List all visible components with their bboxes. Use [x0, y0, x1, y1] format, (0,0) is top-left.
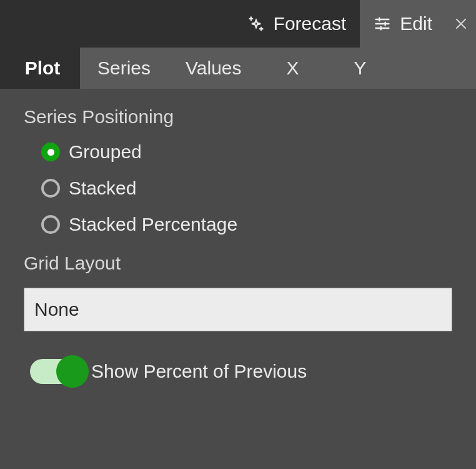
tab-series[interactable]: Series [80, 48, 168, 89]
radio-stacked-label: Stacked [69, 178, 136, 199]
series-positioning-group: Grouped Stacked Stacked Percentage [24, 141, 452, 235]
edit-label: Edit [400, 13, 432, 34]
show-percent-previous-toggle[interactable] [30, 359, 86, 384]
grid-layout-heading: Grid Layout [24, 253, 452, 274]
radio-icon [41, 179, 60, 198]
toggle-knob-icon [56, 355, 89, 388]
radio-stacked[interactable]: Stacked [41, 178, 452, 199]
tab-values-label: Values [186, 58, 242, 79]
radio-grouped[interactable]: Grouped [41, 141, 452, 163]
radio-icon [41, 143, 60, 161]
tab-values[interactable]: Values [168, 48, 259, 89]
tab-plot-label: Plot [25, 58, 61, 79]
toolbar-spacer [0, 0, 234, 48]
close-icon [454, 16, 469, 31]
sparkle-icon [247, 15, 265, 33]
radio-stacked-pct-label: Stacked Percentage [69, 214, 237, 235]
tab-y-label: Y [354, 58, 367, 79]
show-percent-previous-row: Show Percent of Previous [24, 359, 452, 384]
tab-x-label: X [287, 58, 299, 79]
forecast-label: Forecast [274, 13, 347, 34]
grid-layout-value: None [34, 299, 79, 320]
tab-series-label: Series [97, 58, 151, 79]
edit-button[interactable]: Edit [360, 0, 446, 48]
tab-plot[interactable]: Plot [5, 48, 80, 89]
tab-strip: Plot Series Values X Y [0, 48, 476, 89]
close-button[interactable] [446, 0, 476, 48]
forecast-button[interactable]: Forecast [234, 0, 360, 48]
grid-layout-select[interactable]: None [24, 288, 452, 331]
tabstrip-corner [0, 48, 5, 89]
tab-y[interactable]: Y [327, 48, 394, 89]
sliders-icon [374, 15, 391, 33]
show-percent-previous-label: Show Percent of Previous [91, 361, 307, 382]
plot-panel: Series Positioning Grouped Stacked Stack… [0, 89, 476, 469]
series-positioning-heading: Series Positioning [24, 106, 452, 128]
radio-stacked-percentage[interactable]: Stacked Percentage [41, 214, 452, 235]
tab-x[interactable]: X [259, 48, 327, 89]
radio-icon [41, 215, 60, 234]
top-toolbar: Forecast Edit [0, 0, 476, 48]
radio-grouped-label: Grouped [69, 141, 142, 163]
